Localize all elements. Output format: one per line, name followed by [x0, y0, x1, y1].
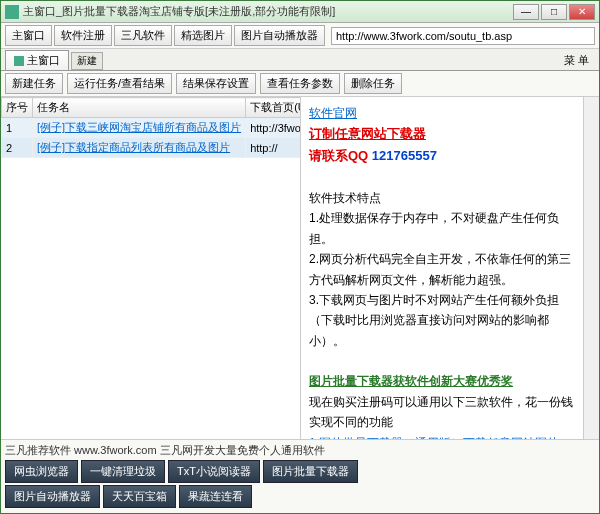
rec-reader-button[interactable]: TxT小说阅读器: [168, 460, 260, 483]
info-pane: 软件官网 订制任意网站下载器 请联系QQ 121765557 软件技术特点 1.…: [301, 97, 583, 439]
task-table-pane: 序号 任务名 下载首页(URL) 任务数 1 [例子]下载三峡网淘宝店铺所有商品…: [1, 97, 301, 439]
tab-label: 主窗口: [27, 53, 60, 68]
rec-player-button[interactable]: 图片自动播放器: [5, 485, 100, 508]
tech-point: 1.处理数据保存于内存中，不对硬盘产生任何负担。: [309, 208, 575, 249]
minimize-button[interactable]: —: [513, 4, 539, 20]
rec-game-button[interactable]: 果蔬连连看: [179, 485, 252, 508]
task-toolbar: 新建任务 运行任务/查看结果 结果保存设置 查看任务参数 删除任务: [1, 71, 599, 97]
tab-icon: [14, 56, 24, 66]
featured-images-button[interactable]: 精选图片: [174, 25, 232, 46]
contact-label: 请联系QQ: [309, 148, 372, 163]
delete-task-button[interactable]: 删除任务: [344, 73, 402, 94]
bottom-panel: 三凡推荐软件 www.3fwork.com 三凡网开发大量免费个人通用软件 网虫…: [1, 439, 599, 513]
qq-number: 121765557: [372, 148, 437, 163]
recommend-text: 三凡推荐软件 www.3fwork.com 三凡网开发大量免费个人通用软件: [5, 443, 595, 458]
tab-main-window[interactable]: 主窗口: [5, 50, 69, 70]
main-toolbar: 主窗口 软件注册 三凡软件 精选图片 图片自动播放器: [1, 23, 599, 49]
view-params-button[interactable]: 查看任务参数: [260, 73, 340, 94]
tech-point: 3.下载网页与图片时不对网站产生任何额外负担（下载时比用浏览器直接访问对网站的影…: [309, 290, 575, 351]
tech-title: 软件技术特点: [309, 188, 575, 208]
task-name-link[interactable]: [例子]下载三峡网淘宝店铺所有商品及图片: [37, 121, 241, 133]
rec-cleanup-button[interactable]: 一键清理垃圾: [81, 460, 165, 483]
col-num[interactable]: 序号: [2, 98, 33, 118]
url-input[interactable]: [331, 27, 595, 45]
rec-treasure-button[interactable]: 天天百宝箱: [103, 485, 176, 508]
run-task-button[interactable]: 运行任务/查看结果: [67, 73, 172, 94]
register-button[interactable]: 软件注册: [54, 25, 112, 46]
window-title: 主窗口_图片批量下载器淘宝店铺专版[未注册版,部分功能有限制]: [23, 4, 513, 19]
custom-downloader-link[interactable]: 订制任意网站下载器: [309, 126, 426, 141]
table-row[interactable]: 2 [例子]下载指定商品列表所有商品及图片 http:// 2604919: [2, 138, 301, 158]
main-window-button[interactable]: 主窗口: [5, 25, 52, 46]
tech-point: 2.网页分析代码完全自主开发，不依靠任何的第三方代码解析网页文件，解析能力超强。: [309, 249, 575, 290]
award-link[interactable]: 图片批量下载器获软件创新大赛优秀奖: [309, 374, 513, 388]
app-icon: [5, 5, 19, 19]
maximize-button[interactable]: □: [541, 4, 567, 20]
cell-url: http://: [246, 138, 300, 158]
cell-num: 1: [2, 118, 33, 138]
rec-browser-button[interactable]: 网虫浏览器: [5, 460, 78, 483]
menu-button[interactable]: 菜 单: [558, 51, 595, 70]
close-button[interactable]: ✕: [569, 4, 595, 20]
task-name-link[interactable]: [例子]下载指定商品列表所有商品及图片: [37, 141, 230, 153]
cell-num: 2: [2, 138, 33, 158]
reg-note: 现在购买注册码可以通用以下三款软件，花一份钱实现不同的功能: [309, 392, 575, 433]
sanfan-button[interactable]: 三凡软件: [114, 25, 172, 46]
table-row[interactable]: 1 [例子]下载三峡网淘宝店铺所有商品及图片 http://3fwork.tao…: [2, 118, 301, 138]
save-settings-button[interactable]: 结果保存设置: [176, 73, 256, 94]
rec-downloader-button[interactable]: 图片批量下载器: [263, 460, 358, 483]
tab-bar: 主窗口 新建 菜 单: [1, 49, 599, 71]
new-task-button[interactable]: 新建任务: [5, 73, 63, 94]
col-url[interactable]: 下载首页(URL): [246, 98, 300, 118]
new-tab-button[interactable]: 新建: [71, 52, 103, 70]
col-name[interactable]: 任务名: [33, 98, 246, 118]
official-site-link[interactable]: 软件官网: [309, 106, 357, 120]
task-table: 序号 任务名 下载首页(URL) 任务数 1 [例子]下载三峡网淘宝店铺所有商品…: [1, 97, 300, 158]
auto-player-button[interactable]: 图片自动播放器: [234, 25, 325, 46]
titlebar: 主窗口_图片批量下载器淘宝店铺专版[未注册版,部分功能有限制] — □ ✕: [1, 1, 599, 23]
vertical-scrollbar[interactable]: [583, 97, 599, 439]
cell-url: http://3fwork.taobao.com: [246, 118, 300, 138]
